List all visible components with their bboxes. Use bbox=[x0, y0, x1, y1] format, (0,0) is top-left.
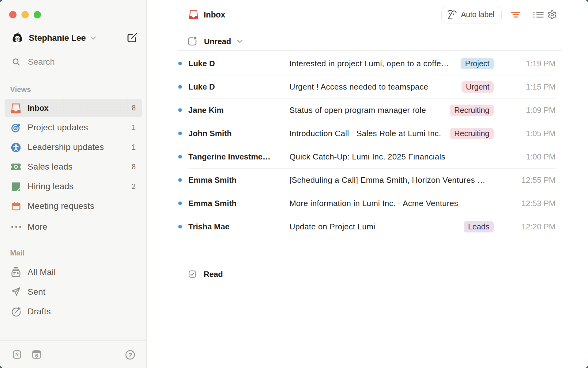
svg-text:N: N bbox=[15, 352, 19, 358]
svg-text:?: ? bbox=[128, 351, 132, 358]
svg-text:6: 6 bbox=[35, 353, 38, 358]
